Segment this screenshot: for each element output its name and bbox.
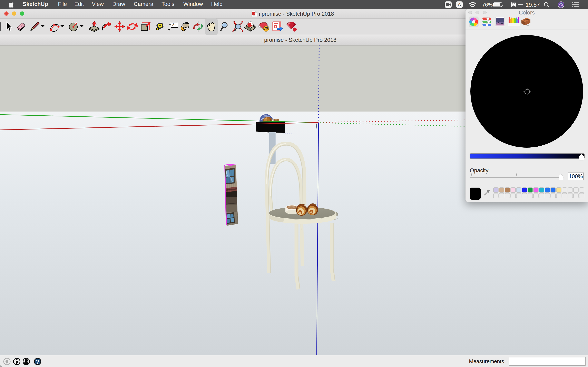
svg-text:?: ? (36, 358, 39, 365)
svg-text:.skp: .skp (253, 15, 255, 17)
svg-text:76%: 76% (482, 2, 493, 8)
svg-text:19:57: 19:57 (526, 2, 540, 8)
svg-text:A: A (458, 2, 461, 7)
svg-text:A1: A1 (172, 23, 177, 27)
